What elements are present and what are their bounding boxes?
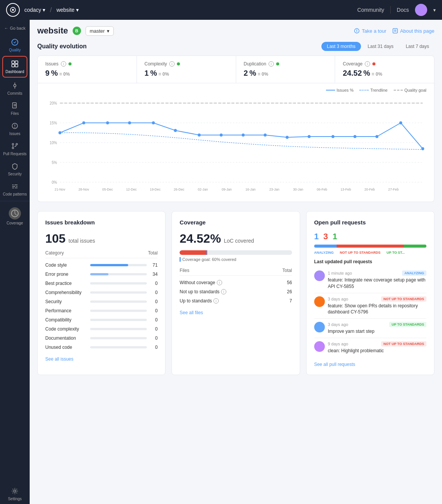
pr-meta: 3 days ago UP TO STANDARDS [328, 322, 426, 327]
info-icon[interactable]: i [213, 298, 219, 304]
metrics-row: Issues i 9% = 0% Complexity i 1% = 0% [37, 56, 434, 83]
quality-evolution-header: Quality evolution Last 3 months Last 31 … [37, 42, 434, 51]
time-tab-3months[interactable]: Last 3 months [321, 42, 361, 51]
sidebar-item-security[interactable]: Security [0, 159, 30, 179]
pr-section-title: Last updated pull requests [314, 259, 426, 264]
info-icon[interactable]: i [217, 280, 222, 285]
take-tour-button[interactable]: Take a tour [354, 28, 386, 34]
table-row: Error prone 34 [45, 270, 157, 279]
pr-bar-row [314, 245, 426, 248]
svg-text:02-Jan: 02-Jan [198, 188, 208, 191]
sidebar-item-files[interactable]: Files [0, 99, 30, 119]
pr-avatar [314, 296, 325, 307]
info-icon[interactable]: i [61, 61, 66, 67]
chevron-down-icon[interactable]: ▾ [433, 7, 436, 13]
pr-avatar [314, 270, 325, 281]
info-icon[interactable]: i [365, 61, 370, 67]
see-all-issues-button[interactable]: See all issues [45, 356, 73, 362]
chevron-down-icon: ▾ [76, 7, 79, 13]
repo-link[interactable]: website ▾ [56, 7, 78, 13]
sidebar-item-settings[interactable]: Settings [0, 484, 30, 504]
issue-bar-container [90, 319, 147, 321]
metric-dot [177, 62, 180, 65]
table-row: Not up to standards i 26 [180, 287, 292, 296]
svg-rect-3 [12, 61, 14, 64]
sidebar-item-issues[interactable]: Issues [0, 119, 30, 139]
pull-requests-title: Open pull requests [314, 219, 426, 226]
pr-info: 1 minute ago ANALYZING feature: Integrat… [328, 270, 426, 290]
svg-text:5%: 5% [52, 161, 57, 165]
sidebar-item-quality[interactable]: Quality [0, 35, 30, 55]
svg-rect-4 [15, 61, 18, 64]
sidebar-item-code-patterns[interactable]: Code patterns [0, 179, 30, 199]
metric-coverage: Coverage i 24.52% = 0% [335, 56, 434, 83]
list-item: 3 days ago NOT UP TO STANDARDS feature: … [314, 293, 426, 319]
docs-link[interactable]: Docs [397, 7, 409, 13]
pr-labels: ANALYZING NOT UP TO STANDARDS UP TO ST..… [314, 251, 426, 254]
sidebar-item-commits[interactable]: Commits [0, 78, 30, 99]
about-page-button[interactable]: About this page [393, 28, 434, 34]
legend-line-solid [326, 90, 335, 91]
coverage-bar-filled [180, 250, 207, 255]
issue-bar-container [90, 291, 147, 294]
pr-bar-not-up [337, 245, 404, 248]
time-tab-7days[interactable]: Last 7 days [401, 42, 434, 51]
dashboard-icon [11, 60, 19, 68]
brand-link[interactable]: codacy ▾ [24, 7, 45, 13]
svg-point-52 [264, 134, 267, 137]
pr-status-badge: ANALYZING [402, 270, 426, 276]
issue-bar-container [90, 328, 147, 330]
nav-separator: / [50, 6, 52, 14]
svg-text:13-Feb: 13-Feb [340, 188, 351, 191]
issue-bar [90, 264, 128, 266]
pr-info: 3 days ago NOT UP TO STANDARDS feature: … [328, 296, 426, 316]
metric-complexity: Complexity i 1% = 0% [137, 56, 236, 83]
branch-selector[interactable]: master ▾ [86, 26, 114, 36]
table-row: Documentation 0 [45, 334, 157, 343]
see-all-files-button[interactable]: See all files [180, 310, 203, 315]
chevron-down-icon: ▾ [107, 28, 110, 34]
metric-issues: Issues i 9% = 0% [38, 56, 137, 83]
metric-issues-value: 9% = 0% [45, 69, 129, 78]
svg-text:09-Jan: 09-Jan [222, 188, 232, 191]
sidebar: ← Go back Quality Dashboard Commits [0, 20, 30, 504]
table-row: Performance 0 [45, 306, 157, 315]
pr-status-badge: NOT UP TO STANDARDS [381, 341, 426, 347]
issue-bar-container [90, 273, 147, 275]
svg-text:27-Feb: 27-Feb [388, 188, 399, 191]
sidebar-item-dashboard[interactable]: Dashboard [2, 56, 27, 78]
see-all-prs-button[interactable]: See all pull requests [314, 362, 355, 367]
sidebar-item-coverage[interactable]: Coverage [0, 204, 30, 228]
svg-point-57 [375, 135, 378, 138]
code-patterns-icon [11, 182, 19, 191]
top-nav-right: Community Docs ▾ [357, 4, 436, 16]
sidebar-back-button[interactable]: ← Go back [0, 23, 30, 33]
svg-point-17 [12, 147, 14, 149]
svg-point-49 [198, 134, 201, 137]
svg-point-43 [59, 131, 62, 134]
svg-text:28-Nov: 28-Nov [78, 188, 89, 191]
info-icon[interactable]: i [221, 289, 226, 294]
time-tab-31days[interactable]: Last 31 days [363, 42, 399, 51]
arrow-left-icon: ← [4, 26, 8, 30]
svg-point-48 [174, 129, 177, 132]
metric-coverage-label: Coverage i [343, 61, 426, 67]
settings-icon [11, 487, 19, 495]
pr-meta: 9 days ago NOT UP TO STANDARDS [328, 341, 426, 347]
sidebar-item-pull-requests[interactable]: Pull Requests [0, 139, 30, 159]
codacy-logo[interactable] [6, 3, 20, 17]
svg-text:30-Jan: 30-Jan [293, 188, 304, 191]
issues-table: Category Total Code style 71 Error prone [45, 250, 157, 352]
user-avatar[interactable] [415, 4, 427, 16]
info-icon[interactable]: i [269, 61, 274, 67]
pr-bar-up [404, 245, 426, 248]
coverage-goal: Coverage goal: 60% covered [180, 257, 292, 262]
table-row: Compatibility 0 [45, 315, 157, 324]
info-icon[interactable]: i [169, 61, 175, 67]
coverage-bar [180, 250, 292, 255]
community-link[interactable]: Community [357, 7, 384, 13]
metric-complexity-label: Complexity i [145, 61, 228, 67]
svg-point-44 [82, 121, 85, 124]
commits-icon [11, 81, 19, 90]
metric-duplication: Duplication i 2% = 0% [236, 56, 335, 83]
